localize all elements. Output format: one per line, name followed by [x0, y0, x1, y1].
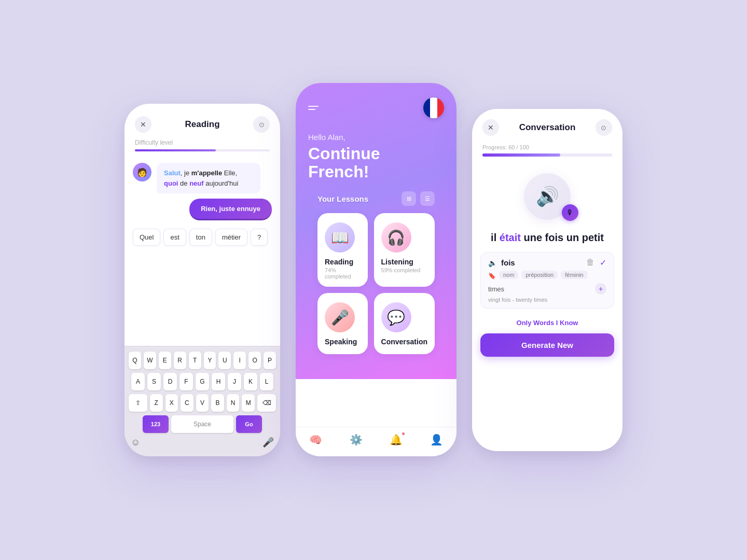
- chip-quel[interactable]: Quel: [133, 229, 160, 246]
- bottom-navigation: 🧠 ⚙️ 🔔 👤: [296, 427, 457, 456]
- hamburger-menu[interactable]: [308, 106, 319, 110]
- chip-question[interactable]: ?: [251, 229, 268, 246]
- conversation-icon: 💬: [381, 302, 411, 332]
- key-x[interactable]: X: [165, 394, 178, 412]
- key-h[interactable]: H: [212, 373, 225, 390]
- lesson-card-listening[interactable]: 🎧 Listening 59% completed: [374, 213, 435, 287]
- keyboard: Q W E R T Y U I O P A S D F G H J K L: [125, 346, 280, 456]
- word-header-row: 🔈 fois 🗑 ✓: [488, 258, 606, 268]
- word-meaning-row: times +: [488, 283, 606, 295]
- reading-icon: 📖: [325, 222, 355, 253]
- key-a[interactable]: A: [131, 373, 145, 390]
- key-p[interactable]: P: [264, 352, 276, 369]
- word-speaker-icon[interactable]: 🔈: [488, 259, 497, 267]
- chat-response-right: Rien, juste ennuye: [133, 199, 272, 220]
- bookmark-icon: 🔖: [488, 272, 496, 279]
- lesson-card-speaking[interactable]: 🎤 Speaking: [317, 293, 368, 354]
- home-top-banner: Hello Alan, ContinueFrench! Your Lessons…: [296, 83, 457, 379]
- home-header: [308, 97, 444, 118]
- lesson-card-reading[interactable]: 📖 Reading 74% completed: [317, 213, 368, 287]
- key-w[interactable]: W: [144, 352, 156, 369]
- response-button[interactable]: Rien, juste ennuye: [189, 199, 272, 220]
- close-button[interactable]: ✕: [135, 116, 151, 133]
- key-space[interactable]: Space: [171, 415, 233, 433]
- key-g[interactable]: G: [196, 373, 209, 390]
- keyboard-row-2: A S D F G H J K L: [129, 373, 276, 390]
- word-meaning-text: times: [488, 285, 504, 293]
- mic-badge[interactable]: 🎙: [562, 204, 578, 221]
- word-card: 🔈 fois 🗑 ✓ 🔖 nom préposition féminin tim…: [480, 252, 614, 309]
- difficulty-label: Difficulty level: [135, 139, 270, 146]
- key-k[interactable]: K: [244, 373, 257, 390]
- key-o[interactable]: O: [248, 352, 261, 369]
- conversation-header: ✕ Conversation ⊙: [472, 109, 622, 141]
- add-button[interactable]: +: [595, 283, 606, 295]
- check-icon[interactable]: ✓: [600, 258, 606, 268]
- key-m[interactable]: M: [242, 394, 255, 412]
- only-words-button[interactable]: Only Words I Know: [517, 319, 578, 327]
- key-f[interactable]: F: [179, 373, 193, 390]
- nav-notifications[interactable]: 🔔: [390, 433, 403, 446]
- notification-dot: [402, 432, 405, 435]
- phone-conversation: ✕ Conversation ⊙ Progress: 60 / 100 🔊 🎙 …: [472, 109, 622, 451]
- main-heading: ContinueFrench!: [308, 145, 444, 181]
- key-d[interactable]: D: [163, 373, 177, 390]
- lessons-header: Your Lessons ⊞ ☰: [317, 191, 435, 206]
- key-j[interactable]: J: [228, 373, 241, 390]
- chat-message-left: 🧑 Salut, je m'appelle Elle, quoi de neuf…: [133, 163, 272, 193]
- list-view-btn[interactable]: ☰: [420, 191, 435, 206]
- key-backspace[interactable]: ⌫: [257, 394, 276, 412]
- key-y[interactable]: Y: [204, 352, 216, 369]
- sentence-area: il était une fois un petit: [472, 225, 622, 248]
- conversation-progress-section: Progress: 60 / 100: [472, 141, 622, 163]
- emoji-icon[interactable]: ☺: [131, 437, 140, 448]
- chip-ton[interactable]: ton: [189, 229, 212, 246]
- keyboard-extras: ☺ 🎤: [129, 437, 276, 448]
- greeting: Hello Alan,: [308, 133, 444, 142]
- key-l[interactable]: L: [260, 373, 273, 390]
- key-shift[interactable]: ⇧: [129, 394, 147, 412]
- nav-profile[interactable]: 👤: [430, 433, 443, 446]
- language-flag[interactable]: [423, 97, 444, 118]
- keyboard-row-3: ⇧ Z X C V B N M ⌫: [129, 394, 276, 412]
- key-123[interactable]: 123: [143, 415, 169, 433]
- key-t[interactable]: T: [189, 352, 201, 369]
- key-go[interactable]: Go: [236, 415, 262, 433]
- settings-icon[interactable]: ⊙: [253, 116, 270, 133]
- nav-settings[interactable]: ⚙️: [350, 433, 363, 446]
- key-n[interactable]: N: [227, 394, 240, 412]
- key-z[interactable]: Z: [150, 394, 163, 412]
- key-r[interactable]: R: [174, 352, 186, 369]
- key-i[interactable]: I: [233, 352, 246, 369]
- nav-brain[interactable]: 🧠: [309, 433, 322, 446]
- chip-metier[interactable]: métier: [215, 229, 247, 246]
- avatar: 🧑: [133, 163, 151, 181]
- key-e[interactable]: E: [159, 352, 171, 369]
- key-q[interactable]: Q: [129, 352, 141, 369]
- tag-nom: nom: [499, 271, 518, 279]
- mic-icon[interactable]: 🎤: [262, 437, 274, 448]
- key-u[interactable]: U: [218, 352, 231, 369]
- key-v[interactable]: V: [196, 394, 209, 412]
- speaker-area: 🔊 🎙: [472, 163, 622, 225]
- conversation-close[interactable]: ✕: [482, 119, 499, 136]
- chip-est[interactable]: est: [163, 229, 186, 246]
- word-tags: nom préposition féminin: [499, 271, 588, 279]
- phone-reading: ✕ Reading ⊙ Difficulty level 🧑 Salut, je…: [125, 104, 280, 456]
- delete-icon[interactable]: 🗑: [586, 258, 594, 268]
- generate-button[interactable]: Generate New: [480, 333, 614, 357]
- key-c[interactable]: C: [181, 394, 193, 412]
- key-s[interactable]: S: [147, 373, 161, 390]
- grid-view-btn[interactable]: ⊞: [402, 191, 416, 206]
- reading-label: Reading: [325, 258, 353, 266]
- lesson-card-conversation[interactable]: 💬 Conversation: [374, 293, 435, 354]
- conversation-settings[interactable]: ⊙: [596, 119, 612, 136]
- tag-feminin: féminin: [561, 271, 587, 279]
- key-b[interactable]: B: [211, 394, 224, 412]
- word-actions: 🗑 ✓: [586, 258, 606, 268]
- phone-home: Hello Alan, ContinueFrench! Your Lessons…: [296, 83, 457, 456]
- difficulty-fill: [135, 149, 216, 151]
- difficulty-track: [135, 149, 270, 151]
- speaking-label: Speaking: [325, 338, 357, 346]
- keyboard-bottom-row: 123 Space Go: [129, 415, 276, 433]
